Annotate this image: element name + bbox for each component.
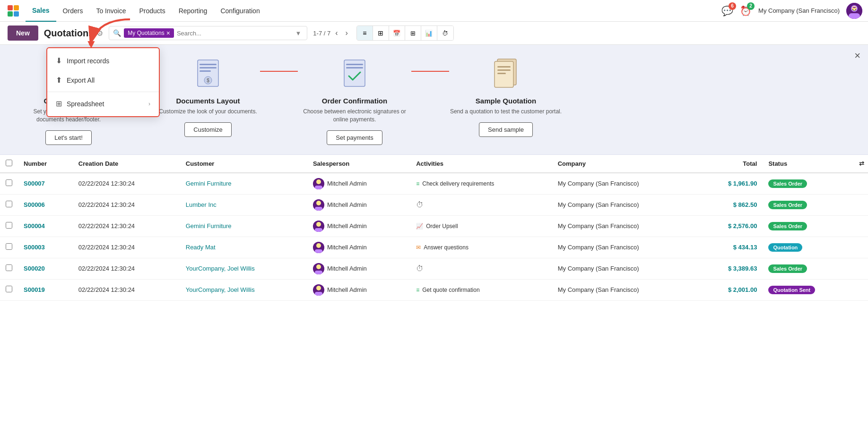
pivot-view-button[interactable]: ⊞ — [405, 26, 421, 40]
table-row: S00004 02/22/2024 12:30:24 Gemini Furnit… — [0, 215, 868, 237]
sp-avatar — [313, 263, 324, 274]
row-checkbox[interactable] — [6, 243, 12, 250]
col-activities: Activities — [410, 155, 552, 173]
salesperson-cell: Mitchell Admin — [313, 178, 405, 189]
spreadsheet-chevron-icon: › — [148, 101, 150, 107]
customer-name[interactable]: Lumber Inc — [180, 194, 307, 215]
activity-cell[interactable]: ⏱ — [416, 201, 424, 209]
col-number: Number — [18, 155, 73, 173]
step3-btn[interactable]: Set payments — [327, 130, 382, 145]
step4-title: Sample Quotation — [476, 97, 536, 105]
connector-3 — [411, 54, 449, 72]
status-badge: Quotation Sent — [768, 286, 815, 294]
spreadsheet-item[interactable]: ⊞ Spreadsheet › — [47, 94, 159, 113]
row-checkbox[interactable] — [6, 264, 12, 271]
order-number[interactable]: S00004 — [24, 222, 45, 230]
order-number[interactable]: S00003 — [24, 244, 45, 251]
clock-icon-btn[interactable]: ⏰ 2 — [740, 5, 752, 17]
svg-rect-31 — [497, 73, 506, 74]
new-button[interactable]: New — [8, 26, 38, 41]
search-input[interactable] — [177, 30, 291, 37]
list-view-button[interactable]: ≡ — [357, 26, 373, 40]
order-number[interactable]: S00019 — [24, 286, 45, 293]
activity-cell[interactable]: ≡Check delivery requirements — [416, 180, 494, 187]
gear-icon[interactable]: ⚙ — [96, 29, 103, 38]
kanban-view-button[interactable]: ⊞ — [373, 26, 389, 40]
export-all-item[interactable]: ⬆ Export All — [47, 70, 159, 90]
search-bar: 🔍 My Quotations × ▼ — [109, 26, 307, 40]
total-amount: $ 862.50 — [733, 201, 757, 208]
banner-step-documents: $ Documents Layout Customize the look of… — [156, 54, 260, 137]
nav-item-orders[interactable]: Orders — [56, 0, 90, 22]
svg-rect-30 — [497, 69, 511, 71]
sp-avatar — [313, 178, 324, 189]
customer-name[interactable]: YourCompany, Joel Willis — [180, 258, 307, 279]
user-avatar[interactable] — [846, 3, 862, 19]
svg-rect-6 — [849, 13, 860, 19]
activity-cell[interactable]: 📈Order Upsell — [416, 223, 458, 230]
banner-close-button[interactable]: × — [854, 50, 860, 62]
nav-item-products[interactable]: Products — [132, 0, 172, 22]
col-status: Status — [763, 155, 855, 173]
next-page-button[interactable]: › — [343, 27, 351, 39]
svg-rect-28 — [495, 61, 513, 87]
filter-close-icon[interactable]: × — [166, 29, 170, 37]
select-all-checkbox[interactable] — [6, 160, 12, 166]
prev-page-button[interactable]: ‹ — [332, 27, 340, 39]
table-row: S00019 02/22/2024 12:30:24 YourCompany, … — [0, 279, 868, 300]
svg-rect-26 — [346, 67, 363, 68]
svg-point-42 — [316, 243, 321, 248]
company-cell: My Company (San Francisco) — [552, 258, 699, 279]
activity-cell[interactable]: ⏱ — [416, 264, 424, 273]
order-number[interactable]: S00020 — [24, 265, 45, 272]
order-number[interactable]: S00006 — [24, 201, 45, 208]
step1-btn[interactable]: Let's start! — [45, 130, 92, 145]
step4-btn[interactable]: Send sample — [479, 122, 533, 137]
activity-view-button[interactable]: ⏱ — [437, 26, 453, 40]
nav-item-sales[interactable]: Sales — [26, 0, 56, 22]
nav-logo[interactable] — [6, 3, 21, 18]
row-checkbox[interactable] — [6, 222, 12, 229]
svg-rect-46 — [315, 271, 322, 274]
svg-rect-19 — [200, 64, 217, 65]
svg-rect-20 — [200, 67, 217, 68]
customer-name[interactable]: Ready Mat — [180, 237, 307, 258]
salesperson-name: Mitchell Admin — [327, 201, 367, 208]
customer-name[interactable]: Gemini Furniture — [180, 215, 307, 237]
customer-name[interactable]: YourCompany, Joel Willis — [180, 279, 307, 300]
salesperson-cell: Mitchell Admin — [313, 199, 405, 211]
row-checkbox[interactable] — [6, 179, 12, 186]
company-cell: My Company (San Francisco) — [552, 237, 699, 258]
activity-cell[interactable]: ≡Get quote confirmation — [416, 287, 479, 293]
col-settings[interactable]: ⇄ — [855, 155, 868, 173]
svg-rect-43 — [315, 249, 322, 253]
order-confirmation-icon — [336, 54, 373, 92]
graph-view-button[interactable]: 📊 — [421, 26, 437, 40]
calendar-view-button[interactable]: 📅 — [389, 26, 405, 40]
nav-item-reporting[interactable]: Reporting — [172, 0, 214, 22]
step2-btn[interactable]: Customize — [184, 122, 231, 137]
col-creation-date: Creation Date — [73, 155, 180, 173]
spreadsheet-icon: ⊞ — [56, 99, 62, 108]
creation-date: 02/22/2024 12:30:24 — [73, 194, 180, 215]
chat-icon-btn[interactable]: 💬 6 — [721, 5, 733, 17]
table-row: S00006 02/22/2024 12:30:24 Lumber Inc Mi… — [0, 194, 868, 215]
order-number[interactable]: S00007 — [24, 180, 45, 187]
sp-avatar — [313, 242, 324, 253]
nav-item-configuration[interactable]: Configuration — [214, 0, 266, 22]
nav-item-to-invoice[interactable]: To Invoice — [89, 0, 132, 22]
search-filter-tag[interactable]: My Quotations × — [124, 28, 174, 38]
row-checkbox[interactable] — [6, 201, 12, 207]
row-checkbox[interactable] — [6, 286, 12, 292]
customer-name[interactable]: Gemini Furniture — [180, 173, 307, 195]
calendar-icon: 📅 — [393, 30, 400, 37]
search-dropdown-icon[interactable]: ▼ — [293, 30, 303, 37]
activity-cell[interactable]: ✉Answer questions — [416, 244, 469, 251]
svg-point-36 — [316, 201, 321, 205]
step3-title: Order Confirmation — [322, 97, 387, 105]
company-name[interactable]: My Company (San Francisco) — [758, 7, 840, 14]
connector-2 — [260, 54, 298, 72]
import-records-item[interactable]: ⬇ Import records — [47, 51, 159, 70]
status-badge: Sales Order — [768, 264, 807, 273]
total-amount: $ 434.13 — [733, 244, 757, 251]
